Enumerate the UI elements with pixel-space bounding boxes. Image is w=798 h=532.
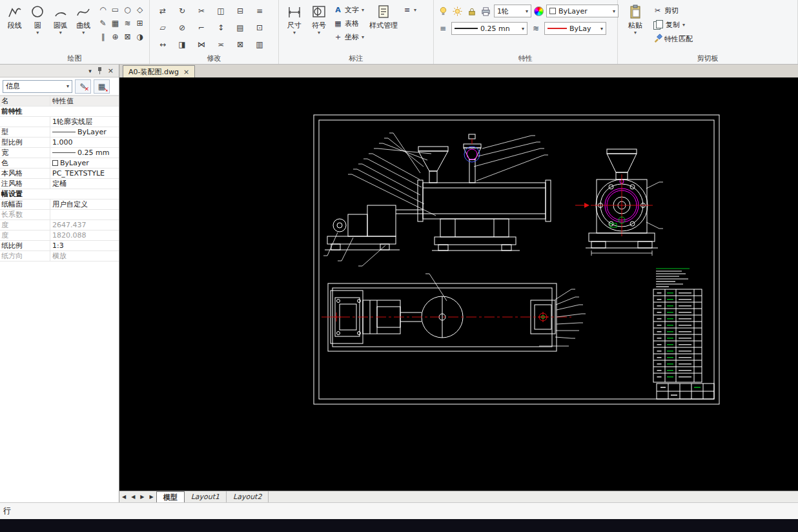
linetype-lines-icon[interactable]: ≋ [530, 23, 542, 34]
modify-tool-icon[interactable]: ◫ [211, 3, 230, 19]
printer-icon[interactable] [480, 5, 491, 17]
modify-tool-icon[interactable]: ⊟ [230, 3, 250, 19]
text-button[interactable]: A 文字 ▾ [332, 4, 365, 16]
arc-button[interactable]: 圆弧 ▾ [49, 2, 72, 35]
table-row[interactable]: 幅设置 [0, 189, 119, 200]
table-row[interactable]: 前特性 [0, 107, 119, 117]
draw-tool-icon[interactable]: ◠ [97, 3, 109, 16]
table-row[interactable]: 色 ByLayer [0, 158, 119, 169]
draw-tool-icon[interactable]: ◑ [134, 30, 146, 43]
table-row[interactable]: 长系数 [0, 210, 119, 220]
pin-icon[interactable] [97, 67, 102, 74]
document-tab[interactable]: A0-装配图.dwg × [123, 65, 195, 77]
drawing-canvas[interactable] [119, 77, 798, 491]
first-tab-icon[interactable]: ◀ [119, 494, 128, 500]
tab-layout1[interactable]: Layout1 [185, 491, 227, 502]
draw-tool-icon[interactable]: ≋ [121, 16, 134, 30]
table-row[interactable]: 度 2647.437 [0, 220, 119, 230]
polyline-icon [7, 3, 23, 20]
modify-tool-icon[interactable]: ↕ [211, 19, 230, 36]
close-icon[interactable]: × [108, 66, 114, 75]
modify-tool-icon[interactable]: ⌐ [192, 19, 211, 36]
copy-button[interactable]: 复制 ▾ [653, 18, 693, 31]
col-name: 名 [0, 96, 50, 106]
table-row[interactable]: 型比例 1.000 [0, 138, 119, 148]
coordinate-button[interactable]: + 坐标 ▾ [332, 31, 365, 43]
lock-icon[interactable] [466, 5, 477, 17]
ribbon: 段线 圆 ▾ 圆弧 ▾ 曲线 ▾ ◠ ▭ ○ ◇ ✎ [0, 0, 798, 65]
modify-tool-icon[interactable]: ↔ [153, 36, 172, 53]
symbol-button[interactable]: 符号 ▾ [307, 2, 331, 35]
table-row[interactable]: 型 ByLayer [0, 127, 119, 138]
modify-tool-icon[interactable]: ↻ [172, 3, 192, 19]
cut-label: 剪切 [664, 6, 679, 15]
modify-tool-icon[interactable]: ◨ [172, 36, 192, 53]
tab-model[interactable]: 模型 [156, 491, 185, 502]
spline-button[interactable]: 曲线 ▾ [72, 2, 96, 35]
table-row[interactable]: 纸幅面 用户自定义 [0, 200, 119, 210]
table-row[interactable]: 纸比例 1:3 [0, 241, 119, 251]
apply-button[interactable]: ▦ ➘ [94, 79, 110, 94]
table-row[interactable]: 注风格 定桶 [0, 179, 119, 189]
coordinate-label: 坐标 [345, 32, 359, 42]
modify-tool-icon[interactable]: ⊠ [230, 36, 250, 53]
lineweight-select[interactable]: 0.25 mn ▾ [451, 22, 527, 35]
draw-tool-icon[interactable]: ✎ [97, 16, 109, 30]
match-properties-button[interactable]: 特性匹配 [653, 32, 693, 45]
table-row[interactable]: 宽 0.25 mm [0, 148, 119, 158]
table-row[interactable]: 纸方向 横放 [0, 251, 119, 261]
layer-select[interactable]: 1轮 ▾ [494, 5, 531, 17]
draw-tool-icon[interactable]: ⊞ [134, 16, 146, 30]
last-tab-icon[interactable]: ▶ [147, 494, 156, 500]
modify-tool-icon[interactable]: ⇄ [153, 3, 172, 19]
dimension-button[interactable]: 尺寸 ▾ [282, 2, 307, 35]
modify-tool-icon[interactable]: ▤ [230, 19, 250, 36]
color-select[interactable]: ByLayer ▾ [546, 5, 619, 17]
clipboard-panel-label: 剪切板 [618, 54, 797, 63]
bulb-icon[interactable] [437, 5, 449, 17]
modify-tool-icon[interactable]: ▱ [153, 19, 172, 36]
draw-tool-icon[interactable]: ◇ [134, 3, 146, 16]
modify-tool-icon[interactable]: ≍ [211, 36, 230, 53]
plan-view [322, 274, 586, 351]
next-tab-icon[interactable]: ▶ [138, 494, 147, 500]
command-line-bar[interactable]: 行 [0, 502, 798, 519]
draw-tool-icon[interactable]: ▭ [109, 3, 121, 16]
modify-tool-icon[interactable]: ⊘ [172, 19, 192, 36]
modify-tool-icon[interactable]: ▥ [250, 36, 269, 53]
technical-notes [656, 269, 690, 287]
sun-icon[interactable] [451, 5, 463, 17]
table-button[interactable]: ▦ 表格 [332, 17, 365, 30]
modify-tool-icon[interactable]: ⋈ [192, 36, 211, 53]
dimension-label: 尺寸 [287, 21, 302, 30]
modify-tool-icon[interactable]: ⊡ [250, 19, 269, 36]
polyline-button[interactable]: 段线 [3, 2, 26, 30]
table-row[interactable]: 本风格 PC_TEXTSTYLE [0, 169, 119, 179]
draw-tool-icon[interactable]: ∥ [97, 30, 109, 43]
tab-layout2[interactable]: Layout2 [227, 491, 269, 502]
annotate-menu-button[interactable]: ≡ ▾ [402, 4, 418, 16]
draw-tool-icon[interactable]: ⊕ [109, 30, 121, 43]
cut-button[interactable]: ✂ 剪切 [653, 4, 693, 17]
prev-tab-icon[interactable]: ◀ [128, 494, 138, 500]
close-icon[interactable]: × [183, 68, 189, 76]
color-wheel-icon[interactable] [534, 6, 544, 16]
table-row[interactable]: 度 1820.088 [0, 230, 119, 241]
draw-tool-icon[interactable]: ▦ [109, 16, 121, 30]
draw-tool-icon[interactable]: ○ [121, 3, 134, 16]
modify-tool-icon[interactable]: ✂ [192, 3, 211, 19]
style-manager-button[interactable]: 样式管理 [367, 2, 400, 30]
modify-tool-icon[interactable]: ≡ [250, 3, 269, 19]
chevron-down-icon: ▾ [600, 26, 603, 32]
table-row[interactable]: 1轮廓实线层 [0, 117, 119, 127]
bottom-strip [0, 519, 798, 532]
chevron-down-icon[interactable]: ▾ [88, 68, 92, 74]
info-select[interactable]: 信息 ▾ [3, 80, 72, 93]
style-manager-label: 样式管理 [369, 21, 398, 30]
layer-list-icon[interactable]: ≡ [437, 23, 449, 34]
circle-button[interactable]: 圆 ▾ [26, 2, 50, 35]
linetype-select[interactable]: ByLay ▾ [544, 22, 606, 35]
draw-tool-icon[interactable]: ⊠ [121, 30, 134, 43]
edit-cancel-button[interactable]: ✎ ✕ [75, 79, 91, 94]
paste-button[interactable]: 粘贴 ▾ [621, 2, 650, 35]
